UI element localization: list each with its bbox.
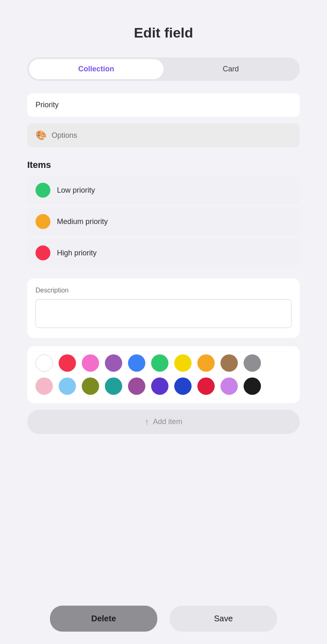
color-teal-green[interactable] <box>151 354 168 372</box>
list-item[interactable]: Low priority <box>27 176 300 204</box>
color-gray[interactable] <box>244 354 261 372</box>
items-heading: Items <box>27 160 300 170</box>
edit-panel: Description <box>27 278 300 338</box>
color-brown[interactable] <box>220 354 238 372</box>
color-pink[interactable] <box>82 354 99 372</box>
color-row-1 <box>36 354 291 372</box>
color-light-pink[interactable] <box>36 377 53 395</box>
high-priority-color <box>36 245 50 260</box>
color-purple[interactable] <box>105 354 122 372</box>
color-crimson[interactable] <box>197 377 215 395</box>
color-orange[interactable] <box>197 354 215 372</box>
description-input[interactable] <box>36 299 291 328</box>
color-red[interactable] <box>59 354 76 372</box>
color-grid <box>36 354 291 395</box>
list-item[interactable]: High priority <box>27 239 300 267</box>
high-priority-label: High priority <box>57 249 97 257</box>
add-item-icon: ↑ <box>145 417 149 427</box>
add-item-button[interactable]: ↑ Add item <box>27 410 300 434</box>
low-priority-color <box>36 183 50 198</box>
color-picker <box>27 346 300 403</box>
color-teal[interactable] <box>105 377 122 395</box>
low-priority-label: Low priority <box>57 186 95 195</box>
bottom-bar: Delete Save <box>0 597 327 644</box>
medium-priority-color <box>36 214 50 229</box>
options-row[interactable]: 🎨 Options <box>27 123 300 147</box>
tab-card[interactable]: Card <box>164 59 298 79</box>
add-item-label: Add item <box>153 418 182 426</box>
color-olive[interactable] <box>82 377 99 395</box>
color-white[interactable] <box>36 354 53 372</box>
list-item[interactable]: Medium priority <box>27 208 300 236</box>
items-section: Items Low priority Medium priority High … <box>27 160 300 270</box>
field-name-container <box>27 93 300 117</box>
color-light-blue[interactable] <box>59 377 76 395</box>
palette-icon: 🎨 <box>36 130 47 141</box>
delete-button[interactable]: Delete <box>50 606 157 632</box>
field-name-input[interactable] <box>36 101 291 109</box>
color-blue[interactable] <box>128 354 145 372</box>
options-label: Options <box>52 131 77 140</box>
color-indigo[interactable] <box>151 377 168 395</box>
tab-switcher: Collection Card <box>27 57 300 81</box>
tab-collection[interactable]: Collection <box>29 59 164 79</box>
color-violet[interactable] <box>128 377 145 395</box>
color-row-2 <box>36 377 291 395</box>
page-title: Edit field <box>134 25 193 41</box>
color-yellow[interactable] <box>174 354 192 372</box>
description-label: Description <box>36 287 291 294</box>
medium-priority-label: Medium priority <box>57 217 108 226</box>
color-black[interactable] <box>244 377 261 395</box>
color-navy[interactable] <box>174 377 192 395</box>
save-button[interactable]: Save <box>170 606 277 632</box>
color-lavender[interactable] <box>220 377 238 395</box>
